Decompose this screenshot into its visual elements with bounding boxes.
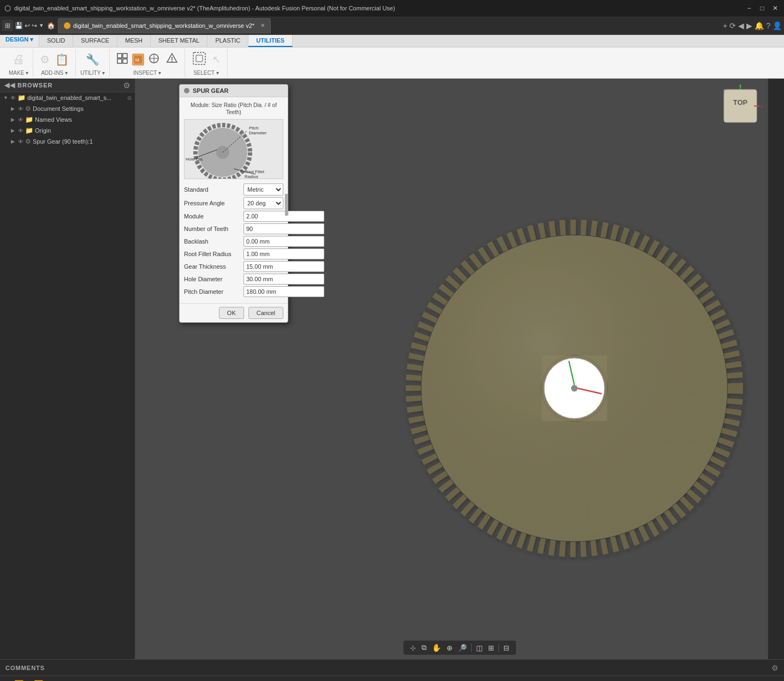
select-btn1[interactable]: [189, 50, 209, 69]
addins-btn1[interactable]: ⚙: [38, 52, 52, 67]
tab-surface[interactable]: SURFACE: [73, 35, 117, 47]
pressure-angle-row: Pressure Angle 20 deg 14.5 deg 25 deg: [184, 197, 283, 209]
timeline-icon[interactable]: ⧗: [774, 679, 780, 682]
views-icon: 📁: [25, 116, 33, 123]
main-area: ◀◀ BROWSER ⊙ ▼ 👁 📁 digital_twin_enabled_…: [0, 79, 784, 659]
dialog-buttons: OK Cancel: [180, 303, 288, 322]
origin-label: Origin: [35, 127, 51, 134]
notifications-btn[interactable]: 🔔: [755, 21, 764, 30]
browser-item-root[interactable]: ▼ 👁 📁 digital_twin_enabled_smart_s... ⊙: [0, 92, 135, 103]
home-btn[interactable]: 🏠: [47, 22, 55, 29]
close-button[interactable]: ✕: [771, 4, 780, 13]
eye-icon-root[interactable]: 👁: [10, 95, 16, 101]
design-dropdown[interactable]: DESIGN ▾: [0, 35, 39, 47]
pressure-angle-select[interactable]: 20 deg 14.5 deg 25 deg: [243, 197, 283, 209]
svg-text:Diameter: Diameter: [249, 131, 267, 135]
standard-label: Standard: [184, 186, 241, 193]
browser-item-docsettings[interactable]: ▶ 👁 ⚙ Document Settings: [0, 103, 135, 114]
svg-point-11: [171, 61, 173, 62]
folder-icon-root: 📁: [17, 94, 26, 102]
browser-menu-icon[interactable]: ⊙: [123, 81, 130, 90]
backlash-label: Backlash: [184, 238, 241, 245]
dialog-close-dot[interactable]: [184, 88, 189, 93]
comments-label: COMMENTS: [5, 665, 45, 671]
user-btn[interactable]: 👤: [773, 21, 782, 30]
vp-sep1: [471, 643, 472, 652]
viewport[interactable]: TOP X Y SPUR GEAR Module:: [135, 79, 784, 659]
gear-thickness-input[interactable]: [243, 261, 324, 272]
utility-btn[interactable]: 🔧: [84, 52, 102, 67]
back-btn[interactable]: ◀: [738, 21, 744, 30]
tab-mesh[interactable]: MESH: [117, 35, 151, 47]
expand-arrow-gear: ▶: [11, 139, 16, 144]
expand-arrow-doc: ▶: [11, 106, 16, 111]
inspect-btn1[interactable]: [114, 51, 130, 67]
new-tab-btn[interactable]: +: [723, 21, 727, 30]
root-fillet-input[interactable]: [243, 248, 324, 259]
maximize-button[interactable]: □: [758, 4, 767, 13]
tab-close-btn[interactable]: ✕: [260, 22, 265, 28]
root-label: digital_twin_enabled_smart_s...: [27, 94, 126, 101]
eye-icon-origin[interactable]: 👁: [18, 128, 23, 134]
num-teeth-input[interactable]: [243, 223, 324, 234]
hole-diameter-input[interactable]: [243, 274, 324, 285]
active-tab[interactable]: digital_twin_enabled_smart_shipping_work…: [58, 18, 271, 33]
pan-btn[interactable]: ✋: [430, 642, 443, 653]
module-input[interactable]: [243, 211, 324, 222]
browser-collapse-icon[interactable]: ◀◀: [4, 81, 15, 89]
addins-label: ADD-INS ▾: [41, 70, 68, 76]
tab-sheet-metal[interactable]: SHEET METAL: [151, 35, 207, 47]
inspect-label: INSPECT ▾: [133, 70, 161, 76]
eye-icon-views[interactable]: 👁: [18, 117, 23, 123]
menu-btn[interactable]: ⊟: [501, 643, 512, 653]
pressure-angle-label: Pressure Angle: [184, 200, 241, 206]
inspect-btn2[interactable]: M: [132, 54, 144, 66]
ribbon-group-select: ↖ SELECT ▾: [185, 49, 228, 77]
forward-btn[interactable]: ▶: [746, 21, 752, 30]
orbit-btn[interactable]: ⊹: [408, 643, 418, 653]
help-btn[interactable]: ?: [766, 21, 770, 30]
svg-text:M: M: [135, 57, 139, 62]
gear-diagram: Pitch Diameter Hole Dia. Root Fillet Rad…: [184, 119, 283, 179]
tab-plastic[interactable]: PLASTIC: [207, 35, 248, 47]
ok-button[interactable]: OK: [219, 307, 244, 319]
inspect-btn3[interactable]: [146, 51, 162, 67]
redo-btn[interactable]: ↪: [32, 22, 37, 29]
inspect-btn4[interactable]: [164, 51, 180, 67]
tab-utilities[interactable]: UTILITIES: [248, 35, 293, 47]
title-right: − □ ✕: [745, 4, 780, 13]
browser-item-namedviews[interactable]: ▶ 👁 📁 Named Views: [0, 114, 135, 125]
ribbon: DESIGN ▾ SOLID SURFACE MESH SHEET METAL …: [0, 35, 784, 79]
pan-save-btn[interactable]: ⧉: [419, 642, 429, 653]
eye-icon-doc[interactable]: 👁: [18, 106, 23, 112]
zoom-fit-btn[interactable]: ⊕: [444, 643, 455, 653]
ribbon-group-make: 🖨 MAKE ▾: [4, 49, 33, 77]
minimize-button[interactable]: −: [745, 4, 753, 13]
display-mode-btn[interactable]: ◫: [474, 643, 485, 653]
backlash-input[interactable]: [243, 236, 324, 247]
select-cursor[interactable]: ↖: [210, 52, 223, 67]
grid-btn[interactable]: ⊞: [486, 643, 496, 653]
refresh-btn[interactable]: ⟳: [729, 21, 736, 30]
zoom-btn[interactable]: 🔎: [456, 643, 469, 653]
dropdown-arrow[interactable]: ▾: [40, 22, 43, 29]
pitch-diameter-input[interactable]: [243, 286, 324, 297]
tab-solid[interactable]: SOLID: [39, 35, 73, 47]
eye-icon-gear[interactable]: 👁: [18, 139, 23, 145]
root-settings-icon[interactable]: ⊙: [127, 95, 132, 101]
browser-item-origin[interactable]: ▶ 👁 📁 Origin: [0, 125, 135, 136]
make-btn[interactable]: 🖨: [9, 51, 28, 68]
utility-label: UTILITY ▾: [80, 70, 105, 76]
addins-btn2[interactable]: 📋: [53, 52, 71, 67]
vp-sep2: [498, 643, 499, 652]
hole-diameter-row: Hole Diameter: [184, 274, 283, 285]
apps-btn[interactable]: ⊞: [2, 20, 13, 31]
browser-item-spurgear[interactable]: ▶ 👁 ⚙ Spur Gear (90 teeth):1: [0, 136, 135, 147]
svg-text:Root Fillet: Root Fillet: [245, 169, 265, 174]
undo-btn[interactable]: ↩: [25, 22, 30, 29]
save-btn[interactable]: 💾: [15, 22, 23, 29]
svg-text:X: X: [761, 104, 762, 109]
standard-select[interactable]: Metric English: [243, 183, 283, 196]
comments-settings-icon[interactable]: ⚙: [771, 664, 779, 672]
cancel-button[interactable]: Cancel: [248, 307, 283, 319]
